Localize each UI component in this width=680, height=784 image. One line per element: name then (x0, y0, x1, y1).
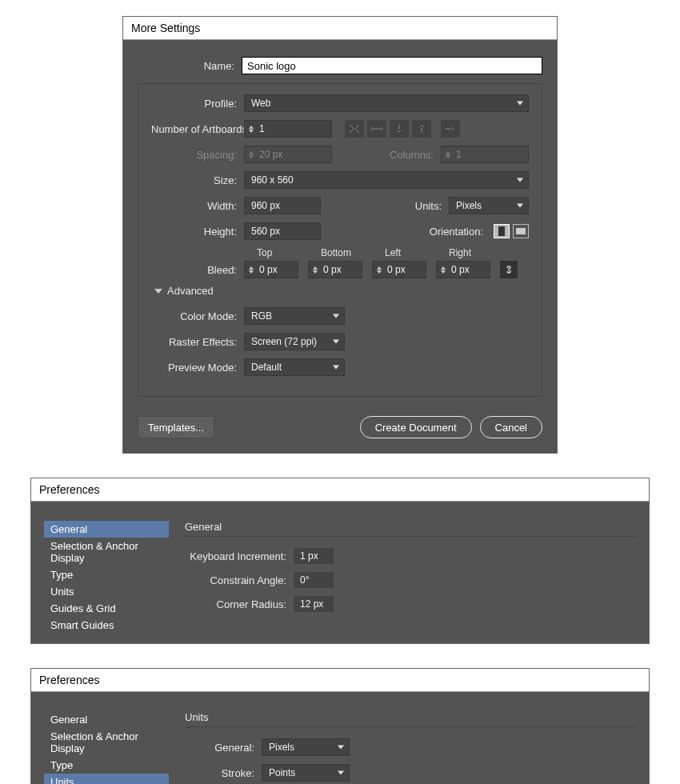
height-label: Height: (151, 226, 244, 238)
profile-select[interactable]: Web (244, 94, 529, 112)
spacing-stepper: 20 px (244, 146, 332, 163)
units-stroke-label: Stroke: (185, 767, 262, 779)
bleed-top-stepper[interactable]: 0 px (244, 261, 298, 278)
advanced-toggle[interactable]: Advanced (151, 285, 529, 297)
keyboard-increment-field[interactable]: 1 px (294, 548, 334, 564)
keyboard-increment-label: Keyboard Increment: (185, 550, 294, 562)
preferences-sidebar: General Selection & Anchor Display Type … (44, 521, 169, 634)
units-select[interactable]: Pixels (449, 197, 529, 214)
sidebar-item-type[interactable]: Type (44, 566, 169, 583)
constrain-angle-label: Constrain Angle: (185, 574, 294, 586)
size-select[interactable]: 960 x 560 (244, 171, 529, 189)
orientation-landscape-button[interactable] (513, 224, 529, 238)
color-mode-label: Color Mode: (151, 310, 244, 322)
chevron-down-icon (333, 340, 339, 344)
artboards-label: Number of Artboards: (151, 123, 244, 135)
corner-radius-field[interactable]: 12 px (294, 596, 334, 612)
chevron-down-icon (333, 366, 339, 370)
color-mode-select[interactable]: RGB (244, 307, 345, 325)
units-general-label: General: (185, 742, 262, 754)
orientation-label: Orientation: (430, 226, 490, 238)
constrain-angle-field[interactable]: 0° (294, 572, 334, 588)
chevron-down-icon (333, 314, 339, 318)
dialog-title: Preferences (31, 669, 649, 692)
width-label: Width: (151, 200, 244, 212)
create-document-button[interactable]: Create Document (360, 416, 472, 438)
units-stroke-select[interactable]: Points (262, 764, 350, 782)
arrange-horizontal-icon (367, 120, 386, 138)
raster-effects-label: Raster Effects: (151, 336, 244, 348)
chevron-down-icon (154, 289, 162, 294)
chevron-down-icon (338, 746, 344, 750)
height-field[interactable]: 560 px (244, 222, 321, 240)
preferences-dialog-units: Preferences General Selection & Anchor D… (30, 668, 650, 784)
preview-mode-select[interactable]: Default (244, 358, 345, 376)
spacing-label: Spacing: (151, 149, 244, 161)
stepper-arrows-icon[interactable] (245, 262, 256, 278)
arrange-up-icon (412, 120, 431, 138)
dialog-title: More Settings (123, 17, 557, 40)
bleed-top-header: Top (244, 247, 298, 258)
units-general-select[interactable]: Pixels (262, 738, 350, 756)
sidebar-item-selection-anchor[interactable]: Selection & Anchor Display (44, 538, 169, 566)
sidebar-item-type[interactable]: Type (44, 757, 169, 774)
document-settings-panel: Profile: Web Number of Artboards: 1 (138, 83, 542, 397)
bleed-label: Bleed: (151, 264, 244, 278)
sidebar-item-guides-grid[interactable]: Guides & Grid (44, 600, 169, 617)
bleed-left-stepper[interactable]: 0 px (372, 261, 426, 278)
more-settings-dialog: More Settings Name: Profile: Web Number … (122, 16, 558, 454)
section-title: Units (185, 711, 636, 723)
name-label: Name: (138, 60, 242, 72)
corner-radius-label: Corner Radius: (185, 598, 294, 610)
stepper-arrows-icon[interactable] (245, 121, 256, 137)
stepper-arrows-icon[interactable] (309, 262, 320, 278)
preferences-dialog-general: Preferences General Selection & Anchor D… (30, 478, 650, 644)
units-label: Units: (415, 200, 449, 212)
stepper-arrows-icon[interactable] (437, 262, 448, 278)
bleed-bottom-header: Bottom (308, 247, 362, 258)
sidebar-item-selection-anchor[interactable]: Selection & Anchor Display (44, 728, 169, 757)
profile-label: Profile: (151, 98, 244, 110)
arrange-down-icon (390, 120, 409, 138)
cancel-button[interactable]: Cancel (480, 416, 542, 438)
artboards-stepper[interactable]: 1 (244, 120, 332, 138)
divider (185, 536, 636, 537)
size-label: Size: (151, 174, 244, 186)
stepper-arrows-icon (442, 146, 453, 162)
raster-effects-select[interactable]: Screen (72 ppi) (244, 333, 345, 350)
sidebar-item-units[interactable]: Units (44, 583, 169, 600)
templates-button[interactable]: Templates... (138, 416, 214, 438)
sidebar-item-units[interactable]: Units (44, 774, 169, 784)
preview-mode-label: Preview Mode: (151, 362, 244, 374)
dialog-title: Preferences (31, 478, 649, 502)
sidebar-item-general[interactable]: General (44, 521, 169, 538)
preferences-sidebar: General Selection & Anchor Display Type … (44, 711, 169, 784)
bleed-left-header: Left (372, 247, 426, 258)
chevron-down-icon (517, 178, 523, 182)
bleed-bottom-stepper[interactable]: 0 px (308, 261, 362, 278)
sidebar-item-general[interactable]: General (44, 711, 169, 728)
bleed-right-stepper[interactable]: 0 px (436, 261, 490, 278)
stepper-arrows-icon[interactable] (373, 262, 384, 278)
grid-row-icon (345, 120, 364, 138)
arrange-right-icon (441, 120, 460, 138)
columns-stepper: 1 (441, 146, 529, 163)
chevron-down-icon (338, 771, 344, 775)
section-title: General (185, 521, 636, 533)
orientation-portrait-button[interactable] (494, 224, 510, 238)
width-field[interactable]: 960 px (244, 197, 321, 214)
columns-label: Columns: (390, 149, 441, 161)
sidebar-item-smart-guides[interactable]: Smart Guides (44, 617, 169, 634)
chevron-down-icon (517, 204, 523, 208)
divider (185, 726, 636, 727)
link-bleed-icon[interactable] (500, 261, 518, 278)
bleed-right-header: Right (436, 247, 490, 258)
stepper-arrows-icon (245, 146, 256, 162)
chevron-down-icon (517, 102, 523, 106)
name-input[interactable] (242, 57, 542, 74)
